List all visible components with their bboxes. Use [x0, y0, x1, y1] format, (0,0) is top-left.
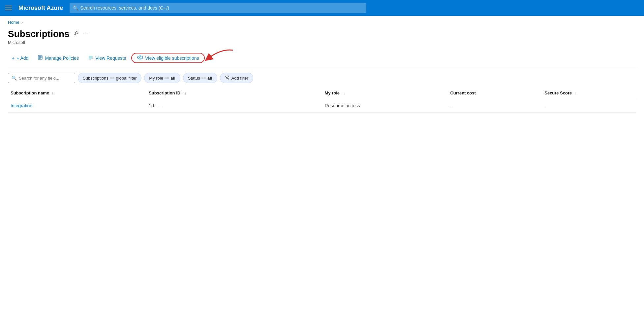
pin-icon[interactable] [74, 31, 79, 37]
subscription-filter-label: Subscriptions == global filter [83, 76, 137, 81]
page-subtitle: Microsoft [8, 40, 636, 45]
view-requests-button[interactable]: View Requests [84, 53, 130, 63]
subscription-name-link[interactable]: Integration [11, 103, 32, 108]
sort-icon-name[interactable]: ↑↓ [52, 91, 55, 95]
status-filter-label: Status == all [188, 76, 212, 81]
manage-policies-icon [38, 55, 43, 61]
field-search-input[interactable] [19, 76, 72, 81]
view-eligible-icon [137, 55, 143, 61]
cell-secure-score: - [542, 99, 636, 113]
view-eligible-subscriptions-button[interactable]: View eligible subscriptions [131, 53, 205, 63]
subscriptions-table-container: Subscription name ↑↓ Subscription ID ↑↓ … [0, 87, 644, 113]
subscriptions-table: Subscription name ↑↓ Subscription ID ↑↓ … [8, 87, 636, 113]
svg-point-10 [139, 57, 141, 58]
add-filter-icon [225, 75, 230, 81]
breadcrumb-home[interactable]: Home [8, 20, 19, 25]
top-nav-bar: Microsoft Azure 🔍 [0, 0, 644, 16]
add-button[interactable]: + + Add [8, 53, 32, 63]
status-filter-chip[interactable]: Status == all [183, 73, 217, 83]
more-options-icon[interactable]: ··· [83, 31, 89, 37]
breadcrumb-chevron: › [21, 20, 23, 25]
manage-policies-button[interactable]: Manage Policies [34, 53, 83, 63]
page-header: Subscriptions ··· Microsoft [0, 26, 644, 50]
table-row: Integration 1d...... Resource access - - [8, 99, 636, 113]
view-requests-icon [88, 55, 93, 61]
brand-title: Microsoft Azure [18, 5, 63, 12]
col-header-my-role[interactable]: My role ↑↓ [322, 87, 447, 99]
field-search-wrapper: 🔍 [8, 73, 75, 83]
global-search-input[interactable] [70, 3, 366, 13]
filter-bar: 🔍 Subscriptions == global filter My role… [0, 67, 644, 87]
table-header-row: Subscription name ↑↓ Subscription ID ↑↓ … [8, 87, 636, 99]
hamburger-menu[interactable] [5, 6, 12, 10]
col-header-secure-score[interactable]: Secure Score ↑↓ [542, 87, 636, 99]
view-requests-label: View Requests [95, 55, 126, 61]
sort-icon-id[interactable]: ↑↓ [183, 91, 186, 95]
toolbar: + + Add Manage Policies View Requests [0, 50, 644, 67]
manage-policies-label: Manage Policies [45, 55, 79, 61]
cell-subscription-name[interactable]: Integration [8, 99, 146, 113]
cell-my-role: Resource access [322, 99, 447, 113]
svg-line-0 [76, 34, 77, 34]
cell-subscription-id: 1d...... [146, 99, 322, 113]
cell-current-cost: - [447, 99, 542, 113]
subscription-filter-chip[interactable]: Subscriptions == global filter [78, 73, 141, 83]
search-icon: 🔍 [73, 5, 78, 11]
sort-icon-role[interactable]: ↑↓ [342, 91, 346, 95]
col-header-subscription-name[interactable]: Subscription name ↑↓ [8, 87, 146, 99]
page-title: Subscriptions [8, 29, 70, 39]
global-search-wrapper: 🔍 [70, 3, 366, 13]
sort-icon-score[interactable]: ↑↓ [574, 91, 578, 95]
col-header-current-cost: Current cost [447, 87, 542, 99]
add-label: + Add [16, 55, 28, 61]
my-role-filter-chip[interactable]: My role == all [144, 73, 180, 83]
svg-point-9 [138, 56, 143, 59]
add-filter-button[interactable]: Add filter [220, 73, 253, 83]
add-filter-label: Add filter [231, 76, 248, 81]
my-role-filter-label: My role == all [149, 76, 175, 81]
breadcrumb: Home › [0, 16, 644, 26]
filter-search-icon: 🔍 [12, 76, 17, 81]
col-header-subscription-id[interactable]: Subscription ID ↑↓ [146, 87, 322, 99]
view-eligible-label: View eligible subscriptions [145, 55, 199, 61]
add-icon: + [12, 55, 15, 61]
